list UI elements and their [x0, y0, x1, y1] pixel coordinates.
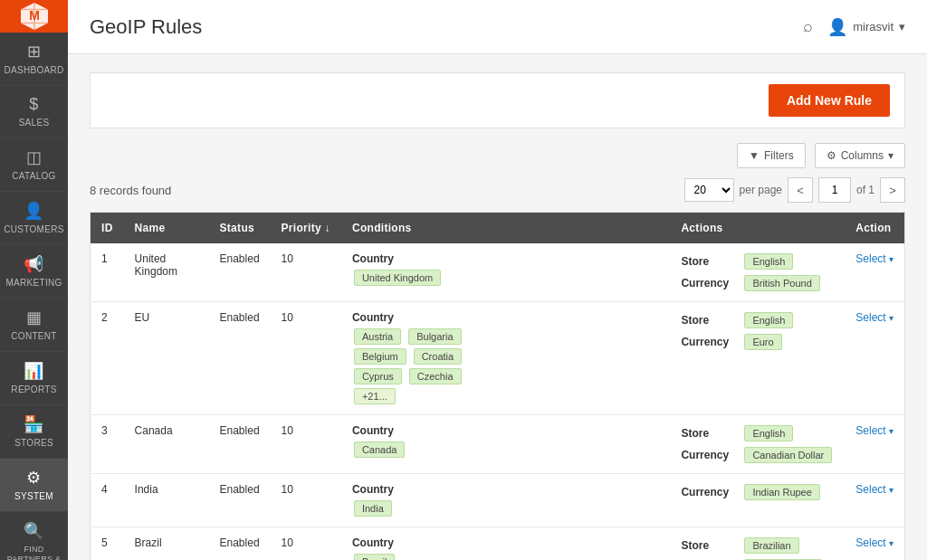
select-link[interactable]: Select ▾ [855, 424, 894, 437]
action-type-label: Store [681, 539, 735, 552]
sidebar-item-label: Reports [11, 384, 56, 395]
sidebar-item-reports[interactable]: 📊 Reports [0, 352, 68, 405]
dashboard-icon: ⊞ [27, 42, 41, 62]
per-page-select[interactable]: 20 50 100 200 [684, 178, 734, 202]
col-actions: Actions [670, 213, 845, 244]
action-tag: English [744, 253, 793, 270]
main-content: GeoIP Rules ⌕ 👤 mirasvit ▾ Add New Rule … [68, 0, 927, 560]
select-link[interactable]: Select ▾ [855, 311, 894, 324]
sidebar-item-find[interactable]: 🔍 Find Partners & Extensions [0, 512, 68, 560]
action-tags: Canadian Dollar [742, 446, 834, 464]
catalog-icon: ◫ [26, 147, 42, 167]
select-link[interactable]: Select ▾ [855, 252, 894, 265]
sidebar-item-marketing[interactable]: 📢 Marketing [0, 245, 68, 299]
add-new-rule-button[interactable]: Add New Rule [769, 84, 890, 117]
col-conditions: Conditions [341, 213, 670, 244]
condition-tag: Bulgaria [408, 328, 461, 345]
search-icon[interactable]: ⌕ [803, 17, 813, 36]
col-id: ID [91, 213, 124, 244]
records-count: 8 records found [90, 184, 171, 197]
select-caret-icon: ▾ [889, 538, 894, 548]
action-tags: British Pound [742, 274, 821, 292]
action-tags: English [742, 311, 795, 329]
table-row: 3CanadaEnabled10CountryCanadaStoreEnglis… [91, 415, 905, 474]
sidebar-logo[interactable]: M [0, 0, 68, 33]
action-row: StoreEnglish [681, 424, 834, 442]
sidebar-item-system[interactable]: ⚙ System [0, 459, 68, 512]
avatar-icon: 👤 [827, 17, 847, 37]
action-row: StoreEnglish [681, 252, 834, 271]
action-type-label: Currency [681, 449, 735, 461]
columns-button[interactable]: ⚙ Columns ▾ [815, 143, 905, 168]
conditions-more-tag: +21... [354, 388, 396, 404]
condition-type-label: Country [352, 311, 659, 324]
col-action: Action [845, 213, 904, 244]
action-tags: Brazilian [742, 536, 800, 555]
condition-tag: India [354, 500, 392, 517]
condition-type-label: Country [352, 252, 659, 265]
sidebar-item-content[interactable]: ▦ Content [0, 299, 68, 352]
page-total: of 1 [856, 184, 874, 196]
cell-priority: 10 [271, 415, 341, 474]
header-right: ⌕ 👤 mirasvit ▾ [803, 17, 905, 37]
page-input[interactable] [818, 177, 851, 203]
condition-tag: Brazil [354, 554, 396, 560]
sidebar-item-label: Content [11, 331, 56, 342]
cell-id: 1 [91, 243, 124, 302]
sidebar-item-customers[interactable]: 👤 Customers [0, 192, 68, 245]
cell-actions: StoreEnglishCurrencyBritish Pound [670, 243, 845, 302]
reports-icon: 📊 [24, 361, 43, 381]
next-page-button[interactable]: > [880, 177, 905, 203]
cell-status: Enabled [209, 474, 271, 527]
cell-action-link: Select ▾ [845, 474, 904, 527]
prev-page-button[interactable]: < [788, 177, 813, 203]
sidebar: M ⊞ Dashboard $ Sales ◫ Catalog 👤 Custom… [0, 0, 68, 560]
cell-action-link: Select ▾ [845, 243, 904, 302]
stores-icon: 🏪 [24, 414, 43, 434]
sidebar-item-label: Sales [19, 118, 50, 128]
user-menu[interactable]: 👤 mirasvit ▾ [827, 17, 905, 37]
action-tags: Euro [742, 333, 783, 351]
select-caret-icon: ▾ [889, 426, 894, 436]
action-type-label: Currency [681, 336, 735, 348]
cell-id: 3 [91, 415, 124, 474]
action-tags: Indian Rupee [742, 483, 821, 501]
action-tags: English [742, 252, 795, 271]
table-row: 2EUEnabled10CountryAustriaBulgariaBelgiu… [91, 302, 905, 415]
condition-tag: Cyprus [354, 368, 402, 384]
content-area: Add New Rule ▼ Filters ⚙ Columns ▾ 8 rec… [68, 54, 927, 560]
sidebar-item-stores[interactable]: 🏪 Stores [0, 405, 68, 459]
cell-id: 4 [91, 474, 124, 527]
grid-toolbar: ▼ Filters ⚙ Columns ▾ [90, 143, 905, 168]
sidebar-item-catalog[interactable]: ◫ Catalog [0, 138, 68, 192]
table-row: 1United KingdomEnabled10CountryUnited Ki… [91, 243, 905, 302]
cell-name: Brazil [124, 527, 209, 561]
sidebar-item-label: Customers [4, 224, 63, 235]
filter-icon: ▼ [749, 149, 760, 162]
table-header-row: ID Name Status Priority ↓ Conditions Act… [91, 213, 905, 244]
col-priority[interactable]: Priority ↓ [271, 213, 341, 244]
action-tag: Indian Rupee [744, 484, 819, 500]
sidebar-item-sales[interactable]: $ Sales [0, 86, 68, 138]
records-bar: 8 records found 20 50 100 200 per page <… [90, 177, 905, 203]
sidebar-item-label: Marketing [5, 278, 62, 289]
sidebar-item-dashboard[interactable]: ⊞ Dashboard [0, 33, 68, 86]
cell-conditions: CountryUnited Kingdom [341, 243, 670, 302]
action-row: CurrencyBritish Pound [681, 274, 834, 292]
condition-tag: Czechia [409, 368, 462, 384]
cell-id: 2 [91, 302, 124, 415]
chevron-down-icon: ▾ [888, 149, 894, 162]
sidebar-item-label: Dashboard [4, 65, 63, 76]
select-link[interactable]: Select ▾ [855, 483, 894, 496]
cell-action-link: Select ▾ [845, 527, 904, 561]
select-link[interactable]: Select ▾ [855, 536, 894, 549]
cell-priority: 10 [271, 302, 341, 415]
gear-icon: ⚙ [827, 149, 836, 162]
cell-name: Canada [124, 415, 209, 474]
filters-button[interactable]: ▼ Filters [737, 143, 806, 168]
cell-priority: 10 [271, 474, 341, 527]
action-tag: English [744, 425, 793, 441]
cell-id: 5 [91, 527, 124, 561]
action-row: CurrencyCanadian Dollar [681, 446, 834, 464]
cell-action-link: Select ▾ [845, 302, 904, 415]
